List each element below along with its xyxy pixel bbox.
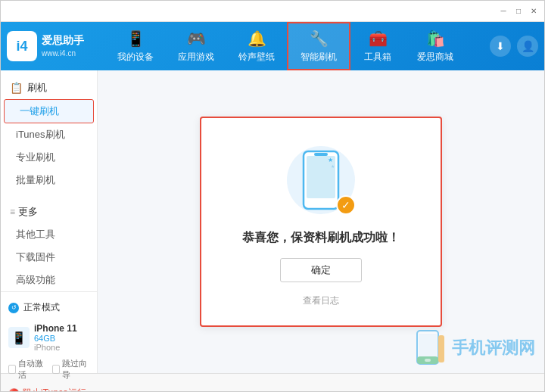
- content-area: ★ ★ ✓ 恭喜您，保资料刷机成功啦！ 确定 查看日志 手机评测网: [98, 70, 544, 373]
- watermark: 手机评测网: [416, 329, 535, 367]
- skip-guide-label: 跳过向导: [62, 358, 89, 381]
- tab-toolbox-label: 工具箱: [364, 51, 391, 64]
- sidebar-item-pro-flash[interactable]: 专业刷机: [1, 146, 97, 169]
- sidebar-bottom: ↺ 正常模式 📱 iPhone 11 64GB iPhone 自动激活 跳过: [1, 291, 97, 392]
- sidebar-item-download-fw[interactable]: 下载固件: [1, 246, 97, 269]
- confirm-button[interactable]: 确定: [280, 258, 362, 282]
- more-section-label: 更多: [18, 205, 38, 219]
- maximize-button[interactable]: □: [512, 5, 525, 17]
- svg-rect-2: [314, 153, 328, 156]
- sidebar-section-more: ≡ 更多: [1, 201, 97, 223]
- itunes-stop-button[interactable]: ⛔ 阻止iTunes运行: [8, 384, 89, 392]
- tab-store-icon: 🛍️: [426, 30, 445, 48]
- tab-my-device-label: 我的设备: [117, 51, 154, 64]
- device-storage: 64GB: [34, 334, 77, 343]
- sidebar-checkboxes: 自动激活 跳过向导: [8, 355, 89, 384]
- success-check-badge: ✓: [336, 195, 356, 215]
- auto-activate-checkbox[interactable]: 自动激活: [8, 358, 46, 381]
- tab-ringtones-icon: 🔔: [248, 30, 266, 48]
- device-info: 📱 iPhone 11 64GB iPhone: [8, 320, 89, 355]
- logo-icon: i4: [7, 31, 37, 61]
- tab-apps-games[interactable]: 🎮 应用游戏: [166, 22, 226, 70]
- auto-activate-label: 自动激活: [18, 358, 45, 381]
- flash-section-label: 刷机: [27, 81, 47, 95]
- watermark-phone-icon: [416, 329, 446, 367]
- svg-text:★: ★: [331, 164, 335, 169]
- view-history-link[interactable]: 查看日志: [303, 294, 339, 307]
- tab-smart-flash-icon: 🔧: [310, 30, 329, 48]
- brand-url: www.i4.cn: [42, 48, 84, 59]
- success-dialog: ★ ★ ✓ 恭喜您，保资料刷机成功啦！ 确定 查看日志: [200, 117, 442, 327]
- auto-activate-box: [8, 365, 16, 374]
- watermark-text: 手机评测网: [452, 337, 535, 359]
- tab-ringtones[interactable]: 🔔 铃声壁纸: [226, 22, 287, 70]
- more-section-icon: ≡: [10, 207, 15, 217]
- device-text: iPhone 11 64GB iPhone: [34, 323, 77, 352]
- skip-guide-checkbox[interactable]: 跳过向导: [52, 358, 90, 381]
- itunes-stop-label: 阻止iTunes运行: [23, 387, 86, 392]
- header: i4 爱思助手 www.i4.cn 📱 我的设备 🎮 应用游戏 🔔 铃声壁纸 🔧…: [1, 22, 544, 70]
- close-button[interactable]: ✕: [528, 5, 540, 17]
- success-message: 恭喜您，保资料刷机成功啦！: [242, 230, 400, 246]
- brand-name: 爱思助手: [42, 33, 84, 48]
- phone-svg-icon: ★ ★: [301, 150, 341, 210]
- svg-rect-9: [438, 335, 444, 362]
- itunes-stop-icon: ⛔: [8, 388, 20, 393]
- sidebar: 📋 刷机 一键刷机 iTunes刷机 专业刷机 批量刷机 ≡ 更多 其他工具 下…: [1, 70, 98, 373]
- mode-dot-icon: ↺: [8, 303, 19, 313]
- svg-text:★: ★: [328, 157, 333, 163]
- device-name: iPhone 11: [34, 323, 77, 334]
- device-model: iPhone: [34, 343, 77, 352]
- download-icon-btn[interactable]: ⬇: [490, 36, 511, 57]
- title-bar: ─ □ ✕: [1, 1, 544, 22]
- tab-toolbox[interactable]: 🧰 工具箱: [350, 22, 405, 70]
- tab-ringtones-label: 铃声壁纸: [238, 51, 275, 64]
- success-illustration: ★ ★ ✓: [283, 142, 359, 218]
- svg-rect-8: [425, 359, 431, 362]
- flash-section-icon: 📋: [10, 82, 23, 94]
- tab-store-label: 爱思商城: [417, 51, 453, 64]
- mode-label: 正常模式: [23, 301, 60, 314]
- logo-text: 爱思助手 www.i4.cn: [42, 33, 84, 59]
- tab-my-device-icon: 📱: [126, 30, 145, 48]
- sidebar-item-itunes-flash[interactable]: iTunes刷机: [1, 123, 97, 146]
- tab-apps-games-icon: 🎮: [187, 30, 206, 48]
- nav-tabs: 📱 我的设备 🎮 应用游戏 🔔 铃声壁纸 🔧 智能刷机 🧰 工具箱 🛍️ 爱思商…: [105, 22, 490, 70]
- tab-smart-flash[interactable]: 🔧 智能刷机: [287, 22, 350, 70]
- tab-store[interactable]: 🛍️ 爱思商城: [405, 22, 466, 70]
- svg-rect-6: [419, 334, 437, 359]
- skip-guide-box: [52, 365, 60, 374]
- sidebar-item-batch-flash[interactable]: 批量刷机: [1, 169, 97, 191]
- tab-my-device[interactable]: 📱 我的设备: [105, 22, 166, 70]
- logo-area: i4 爱思助手 www.i4.cn: [7, 31, 105, 61]
- mode-indicator: ↺ 正常模式: [8, 298, 89, 317]
- sidebar-section-flash: 📋 刷机: [1, 76, 97, 99]
- header-right: ⬇ 👤: [490, 36, 538, 57]
- device-phone-icon: 📱: [8, 327, 30, 348]
- tab-apps-games-label: 应用游戏: [178, 51, 214, 64]
- sidebar-item-one-click-flash[interactable]: 一键刷机: [4, 99, 94, 123]
- tab-smart-flash-label: 智能刷机: [301, 51, 337, 64]
- main-layout: 📋 刷机 一键刷机 iTunes刷机 专业刷机 批量刷机 ≡ 更多 其他工具 下…: [1, 70, 544, 373]
- title-bar-controls: ─ □ ✕: [497, 5, 540, 17]
- tab-toolbox-icon: 🧰: [369, 30, 388, 48]
- sidebar-item-other-tools[interactable]: 其他工具: [1, 223, 97, 246]
- minimize-button[interactable]: ─: [497, 5, 509, 17]
- sidebar-item-advanced[interactable]: 高级功能: [1, 269, 97, 291]
- user-icon-btn[interactable]: 👤: [517, 36, 538, 57]
